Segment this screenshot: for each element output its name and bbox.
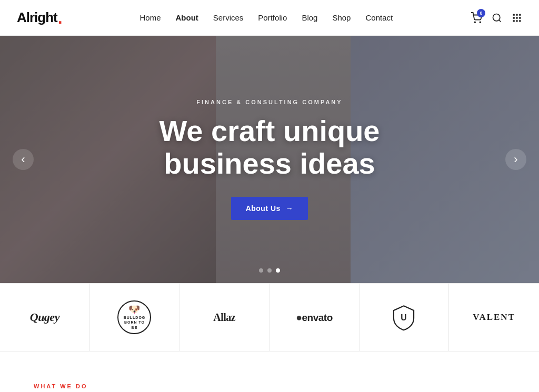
- partner-bulldog: 🐶 BULLDOG BORN TO BE: [90, 284, 180, 351]
- partner-shield: U: [360, 284, 450, 351]
- svg-rect-10: [516, 20, 517, 22]
- logo-dot: .: [58, 9, 62, 26]
- nav-item-shop[interactable]: Shop: [332, 13, 351, 23]
- nav-item-services[interactable]: Services: [213, 13, 244, 23]
- svg-point-0: [474, 22, 475, 23]
- svg-point-1: [480, 22, 481, 23]
- hero-prev-button[interactable]: ‹: [13, 149, 34, 170]
- bulldog-logo: 🐶 BULLDOG BORN TO BE: [117, 300, 151, 334]
- hero-section: Finance & Consulting Company We craft un…: [0, 36, 539, 283]
- valent-logo: VALENT: [473, 312, 515, 323]
- svg-text:U: U: [401, 313, 407, 322]
- what-we-do-section: What We Do The best solutions for: [0, 351, 539, 392]
- about-us-label: About Us: [246, 204, 281, 213]
- nav-item-blog[interactable]: Blog: [302, 13, 317, 23]
- partner-valent: VALENT: [449, 284, 539, 351]
- site-logo[interactable]: Alright .: [17, 9, 62, 26]
- hero-dot-1[interactable]: [259, 268, 263, 273]
- envato-logo: ●envato: [296, 311, 333, 324]
- about-us-button[interactable]: About Us →: [231, 197, 308, 220]
- partner-qugey: Qugey: [0, 284, 90, 351]
- nav-item-home[interactable]: Home: [139, 13, 161, 23]
- header-actions: 0: [471, 12, 522, 24]
- bulldog-icon: 🐶: [128, 305, 141, 314]
- bulldog-text-top: BULLDOG: [124, 315, 146, 320]
- hero-subtitle: Finance & Consulting Company: [159, 99, 380, 105]
- hero-dots: [259, 268, 280, 273]
- arrow-right-icon: →: [286, 204, 294, 213]
- svg-rect-8: [519, 17, 521, 18]
- grid-icon: [512, 13, 522, 23]
- bulldog-text-bottom: BORN TO BE: [121, 320, 148, 329]
- hero-content: Finance & Consulting Company We craft un…: [148, 99, 390, 219]
- cart-button[interactable]: 0: [471, 12, 482, 24]
- svg-rect-3: [513, 14, 515, 15]
- shield-logo: U: [390, 304, 417, 331]
- svg-rect-6: [513, 17, 515, 18]
- svg-rect-5: [519, 14, 521, 15]
- svg-point-2: [493, 14, 500, 21]
- hero-dot-3[interactable]: [276, 268, 280, 273]
- svg-rect-9: [513, 20, 515, 22]
- main-nav: Home About Services Portfolio Blog Shop …: [139, 13, 393, 23]
- envato-dot-icon: ●: [296, 311, 302, 323]
- section-label: What We Do: [34, 383, 505, 389]
- hero-title-line2: business ideas: [164, 147, 375, 180]
- hero-next-button[interactable]: ›: [505, 149, 526, 170]
- svg-rect-4: [516, 14, 517, 15]
- cart-badge: 0: [477, 9, 485, 17]
- allaz-logo: Allaz: [213, 311, 235, 324]
- search-button[interactable]: [492, 13, 502, 23]
- nav-item-about[interactable]: About: [176, 13, 198, 23]
- header: Alright . Home About Services Portfolio …: [0, 0, 539, 36]
- partner-allaz: Allaz: [179, 284, 270, 351]
- hero-title-line1: We craft unique: [159, 114, 380, 147]
- grid-menu-button[interactable]: [512, 13, 522, 23]
- hero-title: We craft unique business ideas: [159, 115, 380, 179]
- qugey-logo: Qugey: [30, 310, 59, 324]
- svg-rect-7: [516, 17, 517, 18]
- chevron-right-icon: ›: [514, 153, 517, 166]
- partners-section: Qugey 🐶 BULLDOG BORN TO BE Allaz ●envato…: [0, 283, 539, 351]
- hero-dot-2[interactable]: [267, 268, 272, 273]
- chevron-left-icon: ‹: [21, 153, 25, 166]
- logo-text: Alright: [17, 9, 57, 26]
- nav-item-contact[interactable]: Contact: [365, 13, 393, 23]
- partner-envato: ●envato: [270, 284, 360, 351]
- nav-item-portfolio[interactable]: Portfolio: [258, 13, 287, 23]
- search-icon: [492, 13, 502, 23]
- svg-rect-11: [519, 20, 521, 22]
